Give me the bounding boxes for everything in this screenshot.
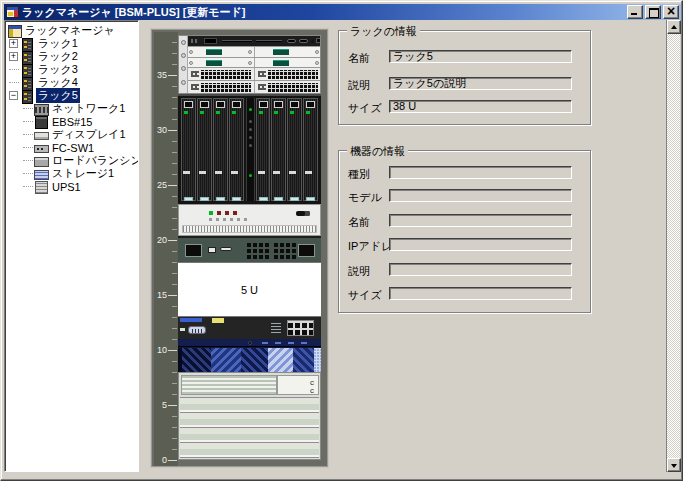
rack-unit-storage-array[interactable] — [178, 339, 321, 372]
ebs-icon — [34, 116, 48, 128]
blade-server[interactable] — [213, 98, 228, 201]
ruler-tick — [172, 427, 177, 428]
switch-icon — [34, 142, 48, 154]
server-icon — [34, 155, 48, 167]
blade-server[interactable] — [181, 98, 196, 201]
ruler-tick — [172, 207, 177, 208]
blade-server[interactable] — [256, 98, 271, 201]
scroll-up-button[interactable] — [667, 20, 681, 34]
blade-mid-latch — [183, 171, 190, 174]
rack-icon — [20, 77, 34, 89]
ruler-label: 20 — [153, 236, 167, 245]
blade-server[interactable] — [287, 98, 302, 201]
field-row-name: 名前 — [339, 214, 590, 227]
ruler-label: 10 — [153, 346, 167, 355]
ruler-tick — [172, 394, 177, 395]
ruler-tick — [172, 449, 177, 450]
field-row-model: モデル — [339, 189, 590, 202]
rj45-port-group — [274, 242, 298, 259]
rack-ruler: 05101520253035 — [154, 32, 178, 466]
blade-handle — [306, 101, 315, 108]
tree-item-label: ネットワーク1 — [50, 101, 127, 116]
name-label: 名前 — [348, 215, 370, 230]
window-title: ラックマネージャ [BSM-PLUS] [更新モード] — [22, 5, 625, 20]
tree-connector-line — [23, 160, 33, 161]
type-field[interactable] — [389, 166, 572, 179]
tree-item-ups1[interactable]: UPS1 — [5, 180, 138, 193]
green-module — [206, 60, 222, 66]
blade-mid-latch — [231, 171, 238, 174]
rj45-port-group — [287, 320, 314, 336]
tree-connector-line — [23, 121, 33, 122]
expand-icon[interactable] — [9, 39, 18, 48]
ruler-tick — [168, 295, 177, 296]
size-field[interactable]: 38 U — [389, 100, 572, 113]
display-icon — [34, 129, 48, 141]
rack-unit-blade-enclosure[interactable] — [178, 94, 321, 204]
ruler-label: 5 — [153, 401, 167, 410]
blade-server[interactable] — [303, 98, 318, 201]
switch-module-row — [188, 46, 320, 57]
connector — [208, 247, 216, 253]
ruler-tick — [172, 86, 177, 87]
ruler-tick — [172, 251, 177, 252]
ruler-tick — [172, 328, 177, 329]
drive-column — [241, 348, 268, 372]
expand-icon[interactable] — [9, 52, 18, 61]
vertical-scrollbar[interactable] — [666, 20, 680, 472]
rack-empty-slot[interactable]: 5 U — [178, 262, 321, 317]
tree-connector-line — [9, 82, 19, 83]
rack-unit-switch[interactable] — [178, 236, 321, 262]
drive-grid-panel — [314, 348, 321, 372]
name-field[interactable]: ラック5 — [389, 50, 572, 63]
green-module — [206, 49, 222, 55]
blade-latch — [290, 197, 299, 201]
drive-column — [211, 348, 241, 372]
ruler-tick — [172, 383, 177, 384]
blade-handle — [232, 101, 241, 108]
tree-connector-line — [23, 147, 33, 148]
tree-item-storage1[interactable]: ストレージ1 — [5, 167, 138, 180]
blade-server[interactable] — [271, 98, 286, 201]
indicator-row — [209, 218, 249, 221]
port-panel-row — [188, 67, 320, 80]
ruler-tick — [168, 240, 177, 241]
tree-connector-line — [23, 186, 33, 187]
chassis-screw-column — [179, 36, 188, 93]
model-field[interactable] — [389, 189, 572, 202]
maximize-button[interactable] — [645, 5, 661, 19]
ip-address-field[interactable] — [389, 238, 572, 251]
blade-server[interactable] — [229, 98, 244, 201]
rack-unit-controller[interactable] — [178, 204, 321, 236]
port-block — [268, 70, 318, 79]
description-label: 説明 — [348, 78, 370, 93]
size-field[interactable] — [389, 287, 572, 300]
blade-server[interactable] — [197, 98, 212, 201]
name-field[interactable] — [389, 214, 572, 227]
close-button[interactable] — [663, 5, 679, 19]
model-label: モデル — [348, 190, 382, 205]
rack-unit-ups[interactable] — [178, 372, 321, 460]
rack-unit-server[interactable] — [178, 317, 321, 339]
ruler-tick — [172, 64, 177, 65]
blade-mid-latch — [199, 171, 206, 174]
ruler-tick — [172, 196, 177, 197]
ups-icon — [34, 181, 48, 193]
tree-item-display1[interactable]: ディスプレイ1 — [5, 128, 138, 141]
port-label-text — [271, 323, 281, 333]
ruler-label: 30 — [153, 126, 167, 135]
description-field[interactable] — [389, 263, 572, 276]
green-module — [273, 60, 289, 66]
description-field[interactable]: ラック5の説明 — [389, 77, 572, 90]
power-switch — [296, 211, 310, 216]
minimize-button[interactable] — [627, 5, 643, 19]
ruler-tick — [168, 185, 177, 186]
tree-item-network1[interactable]: ネットワーク1 — [5, 102, 138, 115]
ruler-tick — [168, 350, 177, 351]
scroll-down-button[interactable] — [667, 458, 681, 472]
ruler-label: 15 — [153, 291, 167, 300]
rack-unit-network-chassis[interactable] — [178, 35, 321, 94]
blade-led-green — [259, 111, 263, 114]
collapse-icon[interactable] — [9, 91, 18, 100]
field-row-description: 説明 — [339, 263, 590, 276]
